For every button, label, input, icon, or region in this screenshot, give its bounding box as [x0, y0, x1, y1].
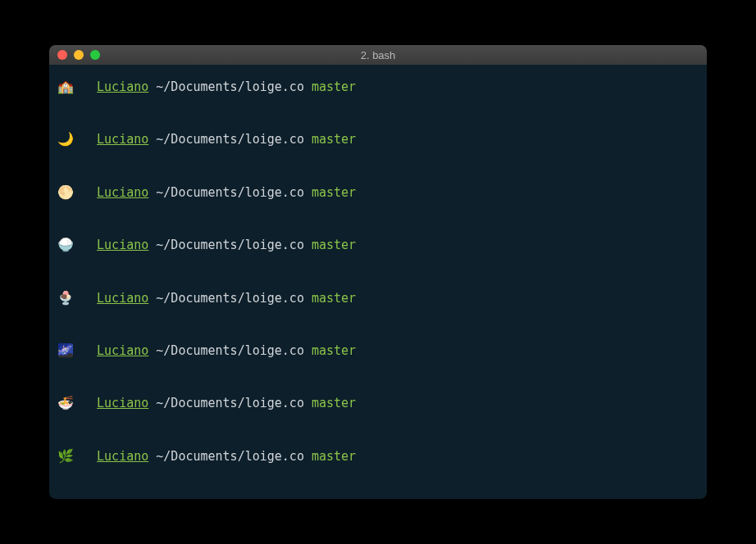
- terminal-content[interactable]: 🏫 Luciano ~/Documents/loige.co master 🌙 …: [49, 65, 707, 499]
- prompt-username: Luciano: [97, 79, 148, 96]
- prompt-emoji-icon: 🍚: [56, 236, 75, 254]
- prompt-branch: master: [312, 290, 356, 307]
- prompt-username: Luciano: [97, 395, 148, 412]
- prompt-path: ~/Documents/loige.co: [156, 131, 304, 148]
- prompt-branch: master: [312, 184, 356, 202]
- prompt-branch: master: [312, 448, 356, 465]
- minimize-icon[interactable]: [74, 50, 84, 60]
- prompt-path: ~/Documents/loige.co: [156, 237, 304, 254]
- maximize-icon[interactable]: [90, 50, 100, 60]
- traffic-lights: [57, 50, 100, 60]
- window-title: 2. bash: [361, 49, 396, 61]
- prompt-username: Luciano: [97, 184, 148, 202]
- prompt-line: 🍜 Luciano ~/Documents/loige.co master: [56, 394, 700, 412]
- prompt-path: ~/Documents/loige.co: [156, 395, 304, 412]
- terminal-window: 2. bash 🏫 Luciano ~/Documents/loige.co m…: [49, 45, 707, 499]
- prompt-username: Luciano: [97, 342, 148, 360]
- prompt-branch: master: [312, 342, 356, 360]
- prompt-line: 🍨 Luciano ~/Documents/loige.co master: [56, 289, 700, 307]
- prompt-emoji-icon: 🌙: [56, 130, 75, 148]
- prompt-branch: master: [312, 237, 356, 254]
- prompt-emoji-icon: 🌕: [56, 184, 75, 202]
- prompt-path: ~/Documents/loige.co: [156, 342, 304, 360]
- prompt-emoji-icon: 🍨: [56, 289, 75, 307]
- prompt-username: Luciano: [97, 290, 148, 307]
- prompt-username: Luciano: [97, 448, 148, 465]
- prompt-path: ~/Documents/loige.co: [156, 79, 304, 96]
- prompt-emoji-icon: 🍜: [56, 394, 75, 412]
- prompt-username: Luciano: [97, 237, 148, 254]
- prompt-line: 🌕 Luciano ~/Documents/loige.co master: [56, 184, 700, 202]
- prompt-emoji-icon: 🏫: [56, 78, 75, 96]
- prompt-line: 🌙 Luciano ~/Documents/loige.co master: [56, 130, 700, 148]
- prompt-emoji-icon: 🌌: [56, 342, 75, 360]
- prompt-line: 🌌 Luciano ~/Documents/loige.co master: [56, 342, 700, 360]
- titlebar[interactable]: 2. bash: [49, 45, 707, 65]
- close-icon[interactable]: [57, 50, 67, 60]
- prompt-path: ~/Documents/loige.co: [156, 184, 304, 202]
- prompt-emoji-icon: 🌿: [56, 447, 75, 465]
- prompt-line: 🌿 Luciano ~/Documents/loige.co master: [56, 447, 700, 465]
- prompt-username: Luciano: [97, 131, 148, 148]
- prompt-branch: master: [312, 395, 356, 412]
- prompt-branch: master: [312, 79, 356, 96]
- prompt-line: 🏫 Luciano ~/Documents/loige.co master: [56, 78, 700, 96]
- prompt-branch: master: [312, 131, 356, 148]
- prompt-line: 🍚 Luciano ~/Documents/loige.co master: [56, 236, 700, 254]
- prompt-path: ~/Documents/loige.co: [156, 290, 304, 307]
- prompt-path: ~/Documents/loige.co: [156, 448, 304, 465]
